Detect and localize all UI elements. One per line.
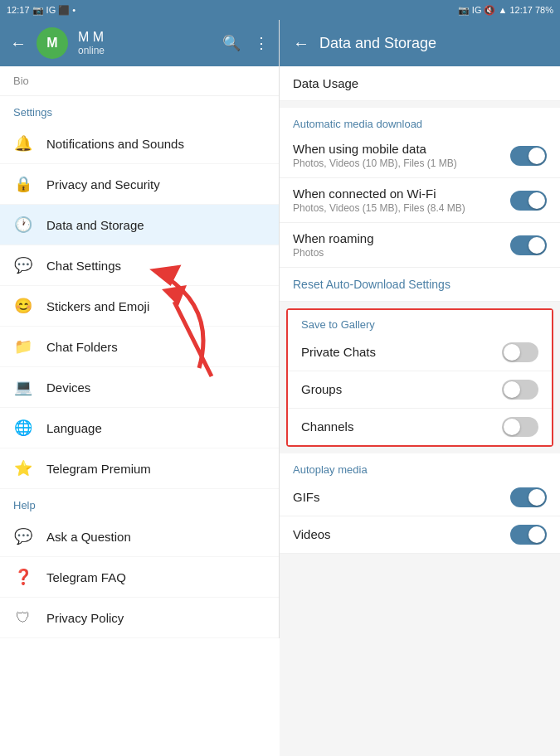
left-panel: ← M M M online 🔍 ⋮ Bio Settings 🔔 <box>0 20 280 638</box>
groups-row: Groups <box>288 371 552 409</box>
groups-knob <box>504 381 520 398</box>
data-usage-item[interactable]: Data Usage <box>280 66 560 101</box>
devices-label: Devices <box>46 380 90 395</box>
folders-icon: 📁 <box>13 337 33 356</box>
language-label: Language <box>46 421 102 435</box>
roaming-sub: Photos <box>293 247 374 259</box>
right-back-button[interactable]: ← <box>293 34 309 53</box>
mobile-data-toggle[interactable] <box>510 146 547 166</box>
right-panel: ← Data and Storage Data Usage Automatic … <box>280 20 560 756</box>
right-content: Data Usage Automatic media download When… <box>280 66 560 756</box>
user-name: M M <box>78 30 212 45</box>
menu-item-faq[interactable]: ❓ Telegram FAQ <box>0 557 279 598</box>
menu-item-data[interactable]: 🕐 Data and Storage <box>0 205 279 245</box>
menu-item-folders[interactable]: 📁 Chat Folders <box>0 327 279 367</box>
wifi-row: When connected on Wi-Fi Photos, Videos (… <box>280 178 560 223</box>
stickers-label: Stickers and Emoji <box>46 299 149 313</box>
left-content: Settings 🔔 Notifications and Sounds 🔒 Pr… <box>0 96 279 638</box>
privacy-label: Privacy and Security <box>46 177 160 191</box>
wifi-title: When connected on Wi-Fi <box>293 187 465 201</box>
menu-item-ask[interactable]: 💬 Ask a Question <box>0 516 279 557</box>
status-bar-top: 12:17 📷 IG ⬛ • 📷 IG 🔇 ▲ 12:17 78% <box>0 0 560 20</box>
back-button[interactable]: ← <box>10 34 27 53</box>
settings-label: Settings <box>0 96 279 124</box>
videos-toggle[interactable] <box>510 525 547 545</box>
devices-icon: 💻 <box>13 377 33 397</box>
channels-toggle[interactable] <box>502 417 538 437</box>
icons-right: 📷 IG 🔇 ▲ <box>458 5 508 16</box>
help-label: Help <box>0 489 279 516</box>
wifi-knob <box>528 192 545 209</box>
left-panel-header: ← M M M online 🔍 ⋮ <box>0 20 279 66</box>
status-bar-left: 12:17 📷 IG ⬛ • <box>7 5 75 16</box>
data-label: Data and Storage <box>46 218 144 232</box>
right-header-title: Data and Storage <box>319 35 436 52</box>
private-chats-toggle[interactable] <box>502 342 538 362</box>
mobile-data-knob <box>528 148 545 164</box>
save-to-gallery-header: Save to Gallery <box>288 310 552 334</box>
notifications-icon: 🔔 <box>13 133 33 153</box>
time-right: 12:17 <box>509 5 533 15</box>
menu-item-policy[interactable]: 🛡 Privacy Policy <box>0 598 279 638</box>
data-usage-card: Data Usage <box>280 66 560 101</box>
status-bar-right: 📷 IG 🔇 ▲ 12:17 78% <box>458 5 553 16</box>
gifs-knob <box>528 489 545 506</box>
reset-link[interactable]: Reset Auto-Download Settings <box>280 268 560 302</box>
menu-item-notifications[interactable]: 🔔 Notifications and Sounds <box>0 124 279 164</box>
roaming-toggle[interactable] <box>510 235 547 255</box>
videos-row: Videos <box>280 516 560 554</box>
mobile-data-title: When using mobile data <box>293 142 457 156</box>
roaming-knob <box>528 237 545 254</box>
wifi-toggle[interactable] <box>510 191 547 211</box>
user-info: M M online <box>78 30 212 56</box>
premium-icon: ⭐ <box>13 458 33 478</box>
icons-left: 📷 IG ⬛ • <box>32 5 76 16</box>
menu-item-devices[interactable]: 💻 Devices <box>0 367 279 408</box>
ask-label: Ask a Question <box>46 530 131 544</box>
menu-item-privacy[interactable]: 🔒 Privacy and Security <box>0 164 279 205</box>
faq-label: Telegram FAQ <box>46 570 126 584</box>
gifs-toggle[interactable] <box>510 487 547 507</box>
avatar: M <box>37 27 68 59</box>
gifs-row: GIFs <box>280 479 560 516</box>
auto-download-card: Automatic media download When using mobi… <box>280 108 560 302</box>
roaming-row: When roaming Photos <box>280 223 560 268</box>
time-left: 12:17 <box>7 5 30 15</box>
ask-icon: 💬 <box>13 526 33 546</box>
auto-download-header: Automatic media download <box>280 108 560 133</box>
menu-item-language[interactable]: 🌐 Language <box>0 408 279 448</box>
premium-label: Telegram Premium <box>46 462 151 476</box>
menu-item-chat[interactable]: 💬 Chat Settings <box>0 245 279 286</box>
wifi-sub: Photos, Videos (15 MB), Files (8.4 MB) <box>293 202 465 214</box>
bio-section: Bio <box>0 66 279 96</box>
private-chats-knob <box>504 344 520 361</box>
right-header: ← Data and Storage <box>280 20 560 66</box>
user-status: online <box>78 45 212 56</box>
chat-label: Chat Settings <box>46 259 121 273</box>
policy-label: Privacy Policy <box>46 611 124 625</box>
groups-title: Groups <box>301 382 342 396</box>
videos-knob <box>528 526 545 543</box>
groups-toggle[interactable] <box>502 380 538 400</box>
autoplay-header: Autoplay media <box>280 453 560 479</box>
channels-row: Channels <box>288 409 552 445</box>
menu-item-premium[interactable]: ⭐ Telegram Premium <box>0 448 279 489</box>
channels-knob <box>504 419 520 435</box>
folders-label: Chat Folders <box>46 340 118 354</box>
chat-icon: 💬 <box>13 255 33 275</box>
menu-item-stickers[interactable]: 😊 Stickers and Emoji <box>0 286 279 327</box>
videos-title: Videos <box>293 527 331 541</box>
battery-right: 78% <box>535 5 553 15</box>
mobile-data-sub: Photos, Videos (10 MB), Files (1 MB) <box>293 158 457 169</box>
language-icon: 🌐 <box>13 418 33 438</box>
roaming-title: When roaming <box>293 231 374 245</box>
private-chats-title: Private Chats <box>301 345 376 359</box>
gifs-title: GIFs <box>293 490 320 504</box>
channels-title: Channels <box>301 419 353 434</box>
search-icon[interactable]: 🔍 <box>222 34 241 52</box>
autoplay-card: Autoplay media GIFs Videos <box>280 453 560 554</box>
menu-icon[interactable]: ⋮ <box>254 34 269 52</box>
stickers-icon: 😊 <box>13 296 33 316</box>
mobile-data-row: When using mobile data Photos, Videos (1… <box>280 133 560 178</box>
policy-icon: 🛡 <box>13 608 33 628</box>
